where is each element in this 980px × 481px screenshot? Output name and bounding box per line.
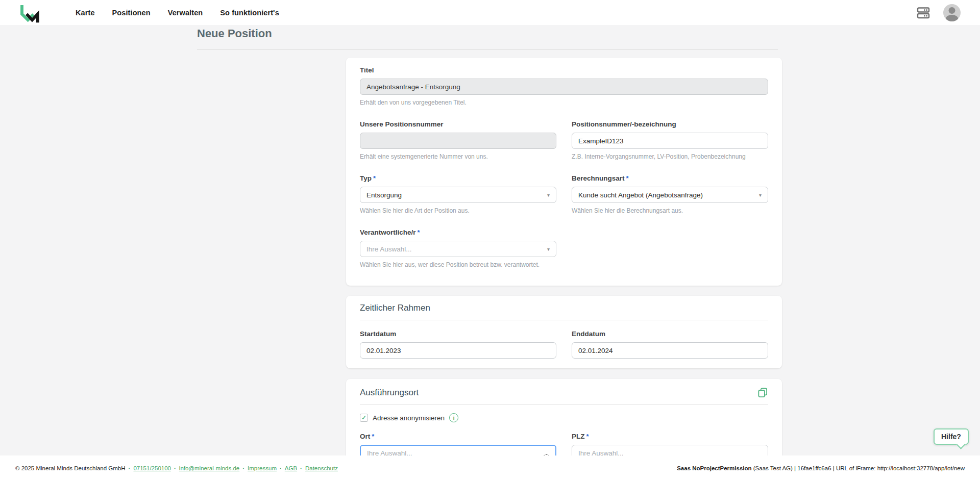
verantwortliche-label: Verantwortliche/r* bbox=[360, 229, 556, 237]
main-content: Neue Position Titel Erhält den von uns v… bbox=[0, 25, 980, 455]
footer: © 2025 Mineral Minds Deutschland GmbH · … bbox=[0, 455, 980, 481]
nav-item-so-funktionierts[interactable]: So funktioniert's bbox=[220, 9, 279, 17]
required-mark: * bbox=[372, 433, 374, 440]
typ-helper: Wählen Sie hier die Art der Position aus… bbox=[360, 207, 556, 214]
user-avatar-icon[interactable] bbox=[943, 4, 961, 21]
verantwortliche-select-placeholder: Ihre Auswahl... bbox=[366, 245, 412, 253]
verantwortliche-select[interactable]: Ihre Auswahl... ▾ bbox=[360, 241, 556, 257]
unsere-positionsnummer-label: Unsere Positionsnummer bbox=[360, 120, 556, 129]
footer-separator: · bbox=[174, 465, 176, 471]
ausfuehrungsort-heading: Ausführungsort bbox=[360, 388, 419, 398]
footer-separator: · bbox=[280, 465, 282, 471]
card-ausfuehrungsort: Ausführungsort ✓ Adresse anonymisieren i… bbox=[346, 379, 782, 455]
typ-select-value: Entsorgung bbox=[366, 191, 402, 199]
nav-menu: Karte Positionen Verwalten So funktionie… bbox=[76, 9, 279, 17]
adresse-anonymisieren-checkbox[interactable]: ✓ bbox=[360, 414, 368, 422]
page-title: Neue Position bbox=[197, 27, 272, 40]
ort-label: Ort* bbox=[360, 433, 556, 441]
nav-item-karte[interactable]: Karte bbox=[76, 9, 95, 17]
footer-separator: · bbox=[242, 465, 244, 471]
chevron-down-icon: ▾ bbox=[547, 246, 550, 252]
berechnungsart-label: Berechnungsart* bbox=[572, 174, 768, 183]
card-zeitlicher-rahmen: Zeitlicher Rahmen Startdatum Enddatum bbox=[346, 296, 782, 368]
required-mark: * bbox=[586, 433, 589, 440]
mineral-minds-logo[interactable] bbox=[19, 3, 40, 23]
positionsnummer-input[interactable] bbox=[572, 133, 768, 149]
typ-select[interactable]: Entsorgung ▾ bbox=[360, 187, 556, 203]
nav-item-positionen[interactable]: Positionen bbox=[112, 9, 151, 17]
required-mark: * bbox=[373, 174, 376, 182]
startdatum-label: Startdatum bbox=[360, 330, 556, 338]
section-divider bbox=[360, 404, 768, 405]
enddatum-label: Enddatum bbox=[572, 330, 768, 338]
footer-link-phone[interactable]: 07151/250100 bbox=[133, 465, 171, 471]
footer-link-agb[interactable]: AGB bbox=[285, 465, 297, 471]
berechnungsart-select[interactable]: Kunde sucht Angebot (Angebotsanfrage) ▾ bbox=[572, 187, 768, 203]
required-mark: * bbox=[626, 174, 629, 182]
plz-input[interactable] bbox=[572, 445, 768, 455]
chevron-down-icon: ▾ bbox=[547, 192, 550, 198]
titel-label: Titel bbox=[360, 66, 768, 74]
footer-environment-info: Saas NoProjectPermission (Saas Test AG) … bbox=[677, 465, 965, 471]
required-mark: * bbox=[418, 229, 420, 236]
top-navbar: Karte Positionen Verwalten So funktionie… bbox=[0, 0, 980, 25]
verantwortliche-helper: Wählen Sie hier aus, wer diese Position … bbox=[360, 261, 556, 268]
card-position-basisdaten: Titel Erhält den von uns vorgegebenen Ti… bbox=[346, 58, 782, 286]
plz-label: PLZ* bbox=[572, 433, 768, 441]
copy-icon[interactable] bbox=[757, 387, 768, 398]
info-icon[interactable]: i bbox=[449, 413, 458, 422]
footer-separator: · bbox=[300, 465, 302, 471]
titel-helper: Erhält den von uns vorgegebenen Titel. bbox=[360, 99, 768, 106]
checkmark-icon: ✓ bbox=[361, 414, 366, 421]
footer-link-impressum[interactable]: Impressum bbox=[248, 465, 277, 471]
chevron-down-icon: ▾ bbox=[759, 192, 762, 198]
titel-input[interactable] bbox=[360, 79, 768, 95]
server-stack-icon[interactable] bbox=[917, 6, 930, 19]
positionsnummer-label: Positionsnummer/-bezeichnung bbox=[572, 120, 768, 129]
enddatum-input[interactable] bbox=[572, 342, 768, 359]
unsere-positionsnummer-helper: Erhält eine systemgenerierte Nummer von … bbox=[360, 153, 556, 160]
footer-copyright: © 2025 Mineral Minds Deutschland GmbH bbox=[15, 465, 126, 471]
title-divider bbox=[197, 49, 778, 50]
section-divider bbox=[360, 320, 768, 320]
adresse-anonymisieren-label: Adresse anonymisieren bbox=[373, 414, 445, 422]
zeitlicher-rahmen-heading: Zeitlicher Rahmen bbox=[360, 303, 430, 313]
unsere-positionsnummer-input[interactable] bbox=[360, 133, 556, 149]
footer-link-email[interactable]: info@mineral-minds.de bbox=[179, 465, 239, 471]
help-button[interactable]: Hilfe? bbox=[934, 428, 969, 445]
footer-separator: · bbox=[129, 465, 131, 471]
startdatum-input[interactable] bbox=[360, 342, 556, 359]
footer-link-datenschutz[interactable]: Datenschutz bbox=[305, 465, 338, 471]
ort-input[interactable] bbox=[360, 445, 556, 455]
positionsnummer-helper: Z.B. Interne-Vorgangsnummer, LV-Position… bbox=[572, 153, 768, 160]
nav-item-verwalten[interactable]: Verwalten bbox=[168, 9, 203, 17]
typ-label: Typ* bbox=[360, 174, 556, 183]
berechnungsart-select-value: Kunde sucht Angebot (Angebotsanfrage) bbox=[578, 191, 703, 199]
berechnungsart-helper: Wählen Sie hier die Berechnungsart aus. bbox=[572, 207, 768, 214]
